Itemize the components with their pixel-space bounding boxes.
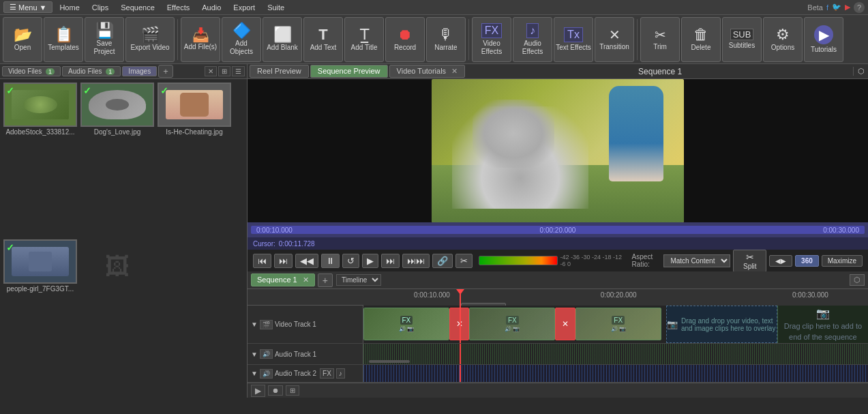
menu-item-export[interactable]: Export <box>228 3 260 12</box>
timeline-playhead-ruler: 0:00:11.672 <box>460 289 461 306</box>
tab-reel-preview[interactable]: Reel Preview <box>250 65 309 78</box>
tab-video-files[interactable]: Video Files 1 <box>2 66 61 76</box>
audio-track-2-row: ▼ 🔊 Audio Track 2 FX ♪ <box>248 365 868 383</box>
rewind-button[interactable]: ◀◀ <box>295 254 318 268</box>
audio-track-1-content[interactable] <box>363 344 868 364</box>
marker-button[interactable]: ⊞ <box>286 385 299 396</box>
forward-button[interactable]: ▶ <box>362 254 378 268</box>
list-item[interactable]: ✓ people-girl_7FG3GT... <box>3 239 77 394</box>
tutorials-button[interactable]: ▶ Tutorials <box>804 17 843 62</box>
sequence-1-tab[interactable]: Sequence 1 ✕ <box>251 273 315 286</box>
preview-ruler-bar[interactable]: 0:00:10.000 0:00:20.000 0:00:30.000 <box>251 226 865 234</box>
export-video-button[interactable]: 🎬 Export Video <box>125 17 175 62</box>
audio-track-2-content[interactable] <box>363 365 868 382</box>
add-media-tab-button[interactable]: + <box>158 65 173 78</box>
templates-button[interactable]: 📋 Templates <box>44 17 83 62</box>
trim-button[interactable]: ✂ Trim <box>640 17 680 62</box>
list-view-button[interactable]: ☰ <box>232 66 245 76</box>
menu-item-home[interactable]: Home <box>54 3 85 12</box>
timeline-expand-button[interactable]: ⬡ <box>850 274 865 286</box>
list-item[interactable]: ✓ AdobeStock_333812... <box>3 83 77 236</box>
record-timeline-button[interactable]: ⏺ <box>268 385 283 396</box>
video-track-1-content[interactable]: FX 🔊 📷 ✕ FX 🔊 📷 <box>363 306 868 343</box>
grid-view-button[interactable]: ⊞ <box>218 66 230 76</box>
text-effects-button[interactable]: Tx Text Effects <box>554 17 593 62</box>
preview-expand-button[interactable]: ⬡ <box>853 67 868 76</box>
tab-sequence-preview[interactable]: Sequence Preview <box>310 65 388 78</box>
preview-top-bar: Reel Preview Sequence Preview Video Tuto… <box>248 64 868 79</box>
templates-icon: 📋 <box>55 27 73 42</box>
add-objects-button[interactable]: 🔷 Add Objects <box>222 17 261 62</box>
play-from-start-button[interactable]: ▶ <box>251 385 265 397</box>
loop-button[interactable]: ↺ <box>342 254 359 268</box>
prev-frame-button[interactable]: ⏭ <box>274 254 293 268</box>
add-title-button[interactable]: T̲ Add Title <box>344 17 384 62</box>
tab-video-tutorials[interactable]: Video Tutorials ✕ <box>389 65 466 78</box>
volume-meter <box>479 256 558 265</box>
add-to-end-area[interactable]: 📷 Drag clip here to add to end of the se… <box>777 306 868 343</box>
menu-item-audio[interactable]: Audio <box>196 3 226 12</box>
tab-images[interactable]: Images <box>122 66 157 76</box>
add-text-button[interactable]: T Add Text <box>303 17 343 62</box>
clip-cut-button[interactable]: ✂ <box>455 254 473 268</box>
btn-360[interactable]: 360 <box>795 255 819 267</box>
timeline-tooltip: 0:00:11.672 <box>461 303 507 306</box>
prev-next-split-button[interactable]: ◀▶ <box>769 255 792 267</box>
tab-video-files-label: Video Files <box>8 68 42 75</box>
aspect-ratio-select[interactable]: Match Content <box>663 254 730 267</box>
video-clip-2[interactable]: FX 🔊 📷 <box>469 308 555 340</box>
skip-to-end-button[interactable]: ⏭⏭ <box>402 254 430 268</box>
timeline-dropdown[interactable]: Timeline <box>336 274 381 286</box>
seq-close-icon[interactable]: ✕ <box>303 276 309 284</box>
menu-item-sequence[interactable]: Sequence <box>115 3 160 12</box>
next-frame-button[interactable]: ⏭ <box>381 254 400 268</box>
add-files-button[interactable]: 📥 Add File(s) <box>181 17 220 62</box>
video-track-expand-icon[interactable]: ▼ <box>251 321 258 328</box>
video-clip-3[interactable]: FX 🔊 📷 <box>575 308 661 340</box>
save-project-button[interactable]: 💾 Save Project <box>85 17 124 62</box>
video-clip-1[interactable]: FX 🔊 📷 <box>363 308 449 340</box>
audio-track-2-expand-icon[interactable]: ▼ <box>251 370 258 377</box>
help-icon[interactable]: ? <box>854 2 865 13</box>
maximize-button[interactable]: Maximize <box>822 255 863 267</box>
video-effects-button[interactable]: FX Video Effects <box>472 17 511 62</box>
audio-effects-button[interactable]: ♪ Audio Effects <box>513 17 552 62</box>
audio-track-expand-icon[interactable]: ▼ <box>251 351 258 358</box>
delete-media-button[interactable]: ✕ <box>205 66 217 76</box>
tick-30: 0:00:30.000 <box>792 291 828 299</box>
split-button[interactable]: ✂ Split <box>733 250 766 272</box>
sync-button[interactable]: 🔗 <box>432 254 453 268</box>
menu-button[interactable]: ☰ Menu ▼ <box>3 1 53 13</box>
transition-button[interactable]: ✕ Transition <box>595 17 634 62</box>
audio-wave-label[interactable]: ♪ <box>336 368 345 379</box>
menu-item-suite[interactable]: Suite <box>262 3 290 12</box>
list-item[interactable]: ✓ Is-He-Cheating.jpg <box>158 83 231 236</box>
save-icon: 💾 <box>95 23 114 38</box>
volume-meter-fill <box>479 256 542 265</box>
left-panel: Video Files 1 Audio Files 1 Images + ✕ ⊞… <box>0 64 248 398</box>
delete-clip-area-2[interactable]: ✕ <box>555 308 575 340</box>
play-pause-button[interactable]: ⏸ <box>321 254 340 268</box>
close-tutorials-icon[interactable]: ✕ <box>451 67 458 75</box>
record-button[interactable]: ⏺ Record <box>385 17 425 62</box>
menu-item-clips[interactable]: Clips <box>87 3 114 12</box>
delete-button[interactable]: 🗑 Delete <box>681 17 721 62</box>
add-blank-button[interactable]: ⬜ Add Blank <box>263 17 302 62</box>
skip-to-start-button[interactable]: ⏮ <box>253 254 271 268</box>
list-item[interactable]: ✓ Dog's_Love.jpg <box>80 83 154 236</box>
subtitles-button[interactable]: SUB Subtitles <box>722 17 762 62</box>
fx-label-a2[interactable]: FX <box>320 368 334 379</box>
clip-2-thumb: FX 🔊 📷 <box>470 308 554 340</box>
menu-icon: ☰ <box>10 3 16 12</box>
checkmark-icon-2: ✓ <box>83 85 91 96</box>
timeline-ruler-ticks[interactable]: 0:00:10.000 0:00:20.000 0:00:30.000 0:00… <box>363 289 868 306</box>
menu-item-effects[interactable]: Effects <box>162 3 195 12</box>
narrate-button[interactable]: 🎙 Narrate <box>426 17 466 62</box>
media-grid: ✓ AdobeStock_333812... ✓ Dog's_Love.jpg <box>0 79 247 398</box>
open-button[interactable]: 📂 Open <box>3 17 42 62</box>
overlay-drag-drop-area[interactable]: 📷 Drag and drop your video, text and ima… <box>666 306 777 343</box>
add-sequence-button[interactable]: + <box>318 273 333 287</box>
audio-volume-slider[interactable] <box>369 360 410 363</box>
tab-audio-files[interactable]: Audio Files 1 <box>62 66 121 76</box>
options-button[interactable]: ⚙ Options <box>763 17 803 62</box>
